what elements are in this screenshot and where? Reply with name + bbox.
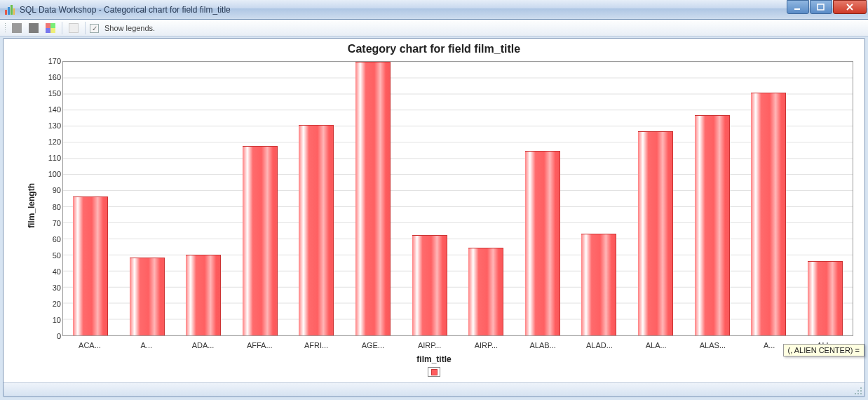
minimize-button[interactable] xyxy=(787,0,809,14)
svg-rect-3 xyxy=(13,8,15,15)
bar[interactable] xyxy=(412,235,447,335)
bar[interactable] xyxy=(808,261,843,335)
y-tick: 140 xyxy=(41,105,61,114)
chart-style-button-1[interactable] xyxy=(10,22,24,34)
y-tick: 160 xyxy=(41,73,61,81)
svg-rect-1 xyxy=(8,7,10,15)
plot-box[interactable] xyxy=(62,61,853,336)
bar[interactable] xyxy=(355,62,391,335)
y-axis-label: film_length xyxy=(27,183,36,228)
y-tick: 120 xyxy=(41,138,61,146)
maximize-button[interactable] xyxy=(810,0,832,14)
bar[interactable] xyxy=(525,151,560,335)
show-legends-label: Show legends. xyxy=(102,24,155,32)
bar[interactable] xyxy=(751,93,786,335)
x-tick: ACA... xyxy=(72,339,107,353)
svg-point-32 xyxy=(857,393,859,394)
chart-style-button-color[interactable] xyxy=(43,22,57,34)
y-tick: 60 xyxy=(41,235,61,244)
y-tick: 90 xyxy=(41,186,61,194)
x-tick: AIRP... xyxy=(468,339,503,353)
x-tick: ADA... xyxy=(186,339,221,353)
resize-grip-icon[interactable] xyxy=(853,385,862,395)
bar[interactable] xyxy=(299,125,334,335)
x-tick: ALAD... xyxy=(582,339,617,353)
y-tick: 50 xyxy=(41,251,61,260)
y-tick: 40 xyxy=(41,267,61,276)
y-tick: 10 xyxy=(41,316,61,324)
y-tick: 80 xyxy=(41,203,61,211)
svg-rect-0 xyxy=(5,10,7,15)
window-buttons xyxy=(786,0,867,14)
x-tick: AIRP... xyxy=(412,339,447,353)
y-tick: 130 xyxy=(41,121,61,130)
y-tick: 20 xyxy=(41,300,61,308)
x-tick: ALAS... xyxy=(695,339,730,353)
svg-rect-4 xyxy=(794,8,800,10)
toolbar: ✓ Show legends. xyxy=(0,20,868,36)
bar[interactable] xyxy=(243,146,278,335)
app-icon xyxy=(4,4,15,15)
chart-style-button-2[interactable] xyxy=(27,22,41,34)
x-tick: AFFA... xyxy=(242,339,277,353)
x-tick: AGE... xyxy=(355,339,391,353)
x-tick: A... xyxy=(129,339,164,353)
svg-rect-8 xyxy=(46,28,50,33)
x-tick: ALA... xyxy=(639,339,674,353)
svg-rect-6 xyxy=(46,23,50,28)
svg-rect-5 xyxy=(818,4,824,10)
tooltip: (, ALIEN CENTER) = xyxy=(783,344,864,356)
y-tick: 70 xyxy=(41,219,61,227)
svg-point-33 xyxy=(860,393,862,394)
status-bar xyxy=(4,382,864,396)
toolbar-separator xyxy=(62,22,62,34)
toolbar-separator xyxy=(85,22,86,34)
close-button[interactable] xyxy=(833,0,867,14)
y-tick: 100 xyxy=(41,170,61,178)
svg-point-29 xyxy=(857,390,859,392)
y-tick: 170 xyxy=(41,57,61,65)
y-tick: 150 xyxy=(41,89,61,98)
bar[interactable] xyxy=(581,234,616,335)
svg-point-31 xyxy=(855,393,856,394)
x-axis-label: film_title xyxy=(4,354,864,364)
svg-rect-2 xyxy=(11,5,13,15)
bar[interactable] xyxy=(130,258,165,335)
bar[interactable] xyxy=(695,115,730,335)
chart-panel: Category chart for field film_title film… xyxy=(3,38,865,397)
bar[interactable] xyxy=(638,131,673,335)
svg-point-28 xyxy=(860,387,862,389)
bar[interactable] xyxy=(186,255,221,335)
plot-area: film_length 0102030405060708090100110120… xyxy=(11,58,857,353)
show-legends-checkbox[interactable]: ✓ xyxy=(90,24,99,33)
bar[interactable] xyxy=(468,248,503,335)
y-tick: 110 xyxy=(41,154,61,162)
svg-rect-7 xyxy=(50,23,55,28)
y-tick: 0 xyxy=(41,332,61,340)
legend-swatch-icon xyxy=(431,369,438,375)
bar[interactable] xyxy=(73,196,108,335)
y-tick: 30 xyxy=(41,284,61,292)
x-tick: AFRI... xyxy=(299,339,334,353)
x-tick: ALAB... xyxy=(525,339,560,353)
svg-point-30 xyxy=(860,390,862,392)
x-axis-ticks: ACA...A...ADA...AFFA...AFRI...AGE...AIRP… xyxy=(62,339,853,353)
titlebar[interactable]: SQL Data Workshop - Categorical chart fo… xyxy=(0,0,868,20)
bars-container xyxy=(63,62,853,335)
svg-rect-9 xyxy=(50,28,55,33)
toolbar-grip-icon xyxy=(4,22,7,34)
chart-style-button-3[interactable] xyxy=(67,22,81,34)
chart-title: Category chart for field film_title xyxy=(4,39,864,58)
x-tick: A... xyxy=(752,339,787,353)
window-title: SQL Data Workshop - Categorical chart fo… xyxy=(20,5,231,15)
legend[interactable] xyxy=(428,367,440,377)
